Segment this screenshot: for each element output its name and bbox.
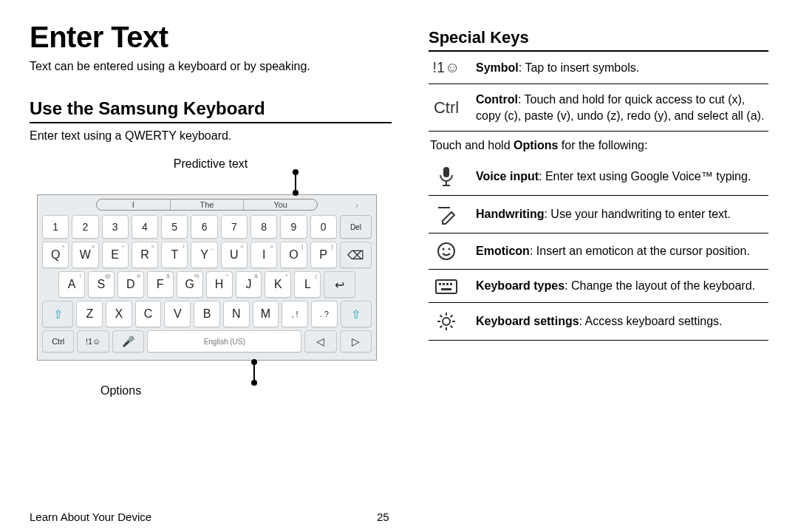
svg-line-19 [451, 326, 453, 328]
gear-icon [430, 310, 463, 332]
key-j: &J [236, 271, 262, 298]
key-1: 1 [42, 215, 69, 239]
option-keyboard-settings: Keyboard settings: Access keyboard setti… [429, 303, 768, 341]
handwriting-icon [430, 203, 463, 225]
option-desc: Voice input: Enter text using Google Voi… [476, 168, 751, 185]
key-v: V [164, 301, 191, 327]
option-keyboard-types: Keyboard types: Change the layout of the… [429, 270, 768, 303]
section-use-keyboard-heading: Use the Samsung Keyboard [30, 98, 392, 119]
option-desc: Keyboard settings: Access keyboard setti… [476, 313, 722, 330]
svg-point-13 [443, 318, 450, 325]
svg-rect-10 [446, 283, 449, 285]
hold-options-note: Touch and hold Options for the following… [429, 132, 768, 158]
key-e: ÷E [102, 242, 129, 268]
key-enter: ↩ [324, 271, 355, 298]
option-desc: Handwriting: Use your handwriting to ent… [476, 206, 731, 222]
svg-line-18 [440, 316, 443, 318]
callout-line-bottom [253, 362, 255, 383]
page-title: Enter Text [30, 21, 392, 54]
key-g: %G [177, 271, 203, 298]
key-del: Del [340, 215, 372, 239]
svg-line-21 [451, 316, 453, 318]
keyboard-row-asdf: !A @S #D $F %G ^H &J *K (L ↩ [42, 271, 372, 298]
key-w: ×W [72, 242, 98, 268]
key-cursor-left: ◁ [304, 330, 336, 352]
key-c: C [135, 301, 162, 327]
prediction-1: I [97, 200, 171, 210]
svg-line-20 [440, 326, 443, 328]
key-s: @S [88, 271, 115, 298]
footer-page-number: 25 [377, 511, 389, 523]
key-2: 2 [72, 215, 98, 239]
key-m: M [253, 301, 279, 327]
key-options-mic: 🎤 [112, 330, 144, 352]
prediction-2: The [171, 200, 245, 210]
svg-point-6 [449, 248, 451, 250]
key-period: . ? [311, 301, 338, 327]
predictions-expand-icon: › [355, 200, 358, 211]
key-p: ]P [310, 242, 337, 268]
key-d: #D [117, 271, 144, 298]
shift-icon: ⇧ [53, 307, 63, 321]
svg-rect-9 [443, 283, 445, 285]
footer-section-name: Learn About Your Device [30, 511, 151, 523]
special-key-desc: Symbol: Tap to insert symbols. [476, 60, 639, 76]
key-i: >I [250, 242, 277, 268]
key-k: *K [265, 271, 291, 298]
svg-rect-0 [443, 167, 449, 177]
key-space: English (US) [147, 330, 301, 352]
section-use-keyboard-sub: Enter text using a QWERTY keyboard. [30, 129, 392, 143]
option-emoticon: Emoticon: Insert an emoticon at the curs… [429, 233, 768, 270]
section-special-keys-heading: Special Keys [429, 28, 768, 47]
key-t: /T [161, 242, 188, 268]
key-l: (L [294, 271, 321, 298]
key-shift-left: ⇧ [42, 301, 73, 327]
svg-rect-7 [436, 280, 457, 293]
triangle-left-icon: ◁ [316, 335, 324, 347]
keyboard-row-bottom: Ctrl !1☺ 🎤 English (US) ◁ ▷ [42, 330, 372, 352]
key-cursor-right: ▷ [340, 330, 372, 352]
svg-rect-11 [450, 283, 452, 285]
keyboard-icon [430, 277, 463, 295]
keyboard-row-numbers: 1 2 3 4 5 6 7 8 9 0 Del [42, 215, 372, 239]
key-8: 8 [250, 215, 277, 239]
keyboard-illustration: I The You › 1 2 3 4 5 6 7 8 9 0 [37, 194, 377, 361]
key-backspace: ⌫ [340, 242, 372, 268]
key-z: Z [76, 301, 103, 327]
special-key-desc: Control: Touch and hold for quick access… [476, 92, 767, 123]
callout-predictive-text: Predictive text [30, 157, 392, 171]
key-a: !A [58, 271, 85, 298]
key-5: 5 [161, 215, 188, 239]
svg-point-4 [438, 243, 454, 259]
mic-icon: 🎤 [122, 335, 134, 347]
backspace-icon: ⌫ [347, 248, 364, 262]
callout-line-top [295, 172, 296, 193]
key-u: <U [221, 242, 248, 268]
predictive-text-bar: I The You › [38, 195, 376, 214]
key-shift-right: ⇧ [341, 301, 372, 327]
ctrl-key-icon: Ctrl [430, 98, 463, 117]
key-q: +Q [42, 242, 69, 268]
callout-options: Options [100, 384, 392, 398]
key-b: B [194, 301, 220, 327]
special-key-control: Ctrl Control: Touch and hold for quick a… [429, 84, 768, 132]
svg-rect-8 [439, 283, 441, 285]
key-comma: , ! [282, 301, 308, 327]
key-x: X [106, 301, 132, 327]
mic-icon [430, 166, 463, 188]
triangle-right-icon: ▷ [352, 335, 360, 347]
prediction-3: You [244, 200, 317, 210]
option-desc: Keyboard types: Change the layout of the… [476, 278, 755, 294]
emoticon-icon [430, 241, 463, 262]
symbol-key-icon: !1☺ [430, 59, 463, 76]
key-0: 0 [310, 215, 337, 239]
enter-icon: ↩ [335, 278, 344, 292]
key-symbol: !1☺ [77, 330, 109, 352]
svg-rect-12 [441, 288, 451, 290]
intro-text: Text can be entered using a keyboard or … [30, 60, 392, 73]
key-r: =R [132, 242, 158, 268]
option-desc: Emoticon: Insert an emoticon at the curs… [476, 243, 750, 259]
keyboard-row-qwerty: +Q ×W ÷E =R /T _Y <U >I [O ]P ⌫ [42, 242, 372, 268]
key-o: [O [280, 242, 307, 268]
key-4: 4 [132, 215, 158, 239]
